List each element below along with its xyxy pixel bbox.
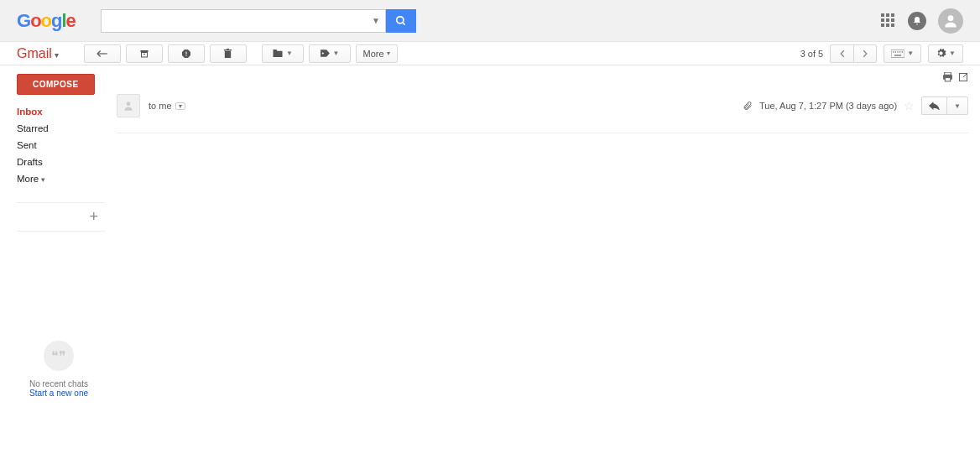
older-button[interactable] xyxy=(853,44,877,63)
notifications-icon[interactable] xyxy=(908,12,926,30)
sidebar-item-drafts[interactable]: Drafts xyxy=(17,154,105,170)
svg-rect-16 xyxy=(895,51,896,52)
sidebar-item-more[interactable]: More xyxy=(17,170,105,187)
new-chat-button[interactable]: + xyxy=(89,208,98,226)
search-input[interactable] xyxy=(107,12,352,30)
message-panel: to me ▼ Tue, Aug 7, 1:27 PM (3 days ago)… xyxy=(105,65,980,398)
svg-point-0 xyxy=(397,16,404,23)
move-to-button[interactable]: ▼ xyxy=(262,44,304,63)
keyboard-icon xyxy=(891,50,904,58)
gear-icon xyxy=(936,48,946,59)
folder-icon xyxy=(272,49,284,58)
folder-list: Inbox Starred Sent Drafts More xyxy=(17,103,105,187)
hangouts-icon: ❝❞ xyxy=(44,341,74,371)
search-box: ▼ xyxy=(101,9,416,33)
message-header-actions xyxy=(117,65,968,89)
more-button[interactable]: More▾ xyxy=(356,44,398,63)
start-new-chat-link[interactable]: Start a new one xyxy=(17,388,101,398)
input-tools-button[interactable]: ▼ xyxy=(884,44,921,63)
svg-rect-21 xyxy=(945,72,951,75)
svg-rect-12 xyxy=(227,49,229,50)
no-recent-chats-label: No recent chats xyxy=(17,379,101,388)
labels-button[interactable]: ▼ xyxy=(309,44,351,63)
action-bar: Gmail ▼ ▼ More▾ 3 of 5 xyxy=(0,42,980,65)
attachment-icon xyxy=(743,101,753,111)
report-spam-button[interactable] xyxy=(168,44,205,63)
svg-point-2 xyxy=(948,15,954,21)
svg-rect-9 xyxy=(185,55,186,56)
archive-icon xyxy=(139,49,149,59)
svg-rect-15 xyxy=(893,51,894,52)
svg-rect-10 xyxy=(225,50,231,57)
message-timestamp: Tue, Aug 7, 1:27 PM (3 days ago) xyxy=(759,101,897,111)
new-chat-row: + xyxy=(17,202,105,232)
google-logo[interactable]: Google xyxy=(17,10,76,32)
trash-icon xyxy=(223,49,232,59)
delete-button[interactable] xyxy=(210,44,247,63)
sidebar-item-starred[interactable]: Starred xyxy=(17,120,105,137)
svg-rect-5 xyxy=(141,52,147,57)
svg-rect-23 xyxy=(945,78,951,81)
account-avatar[interactable] xyxy=(938,8,963,34)
recipient-line: to me ▼ xyxy=(149,101,185,111)
message-meta: Tue, Aug 7, 1:27 PM (3 days ago) ☆ ▼ xyxy=(743,96,968,115)
search-button[interactable] xyxy=(386,9,416,33)
open-new-window-icon[interactable] xyxy=(958,72,968,82)
reply-button[interactable] xyxy=(921,96,946,115)
star-icon[interactable]: ☆ xyxy=(904,99,915,112)
archive-button[interactable] xyxy=(126,44,163,63)
sidebar-item-sent[interactable]: Sent xyxy=(17,137,105,154)
search-options-dropdown-icon[interactable]: ▼ xyxy=(372,16,380,25)
to-me-label: to me xyxy=(149,101,172,111)
search-icon xyxy=(395,15,407,27)
toolbar: ▼ ▼ More▾ xyxy=(84,44,398,63)
hangouts-area: ❝❞ No recent chats Start a new one xyxy=(17,341,101,398)
svg-rect-19 xyxy=(902,51,903,52)
sidebar: COMPOSE Inbox Starred Sent Drafts More +… xyxy=(0,65,105,398)
toolbar-right: 3 of 5 ▼ ▼ xyxy=(800,44,963,63)
sender-avatar[interactable] xyxy=(117,94,140,117)
reply-more-button[interactable]: ▼ xyxy=(946,96,968,115)
chevron-right-icon xyxy=(862,50,868,58)
svg-line-25 xyxy=(963,74,967,78)
reply-icon xyxy=(929,102,940,110)
newer-button[interactable] xyxy=(830,44,853,63)
back-button[interactable] xyxy=(84,44,121,63)
svg-point-13 xyxy=(321,52,323,54)
tag-icon xyxy=(320,49,331,58)
search-input-wrap: ▼ xyxy=(101,9,386,33)
svg-rect-4 xyxy=(140,50,148,52)
svg-rect-8 xyxy=(185,51,186,55)
main-layout: COMPOSE Inbox Starred Sent Drafts More +… xyxy=(0,65,980,398)
sidebar-item-inbox[interactable]: Inbox xyxy=(17,103,105,120)
message-row: to me ▼ Tue, Aug 7, 1:27 PM (3 days ago)… xyxy=(117,89,968,133)
top-right xyxy=(881,8,963,34)
print-icon[interactable] xyxy=(942,72,953,82)
top-bar: Google ▼ xyxy=(0,0,980,42)
svg-line-1 xyxy=(403,22,405,24)
svg-rect-11 xyxy=(224,49,232,50)
svg-point-26 xyxy=(127,102,131,106)
chevron-left-icon xyxy=(839,50,846,58)
apps-icon[interactable] xyxy=(881,13,896,29)
gmail-dropdown[interactable]: Gmail xyxy=(17,46,59,61)
pagination-counter: 3 of 5 xyxy=(800,49,824,59)
svg-rect-14 xyxy=(891,50,904,57)
show-details-icon[interactable]: ▼ xyxy=(175,102,186,110)
spam-icon xyxy=(181,49,191,59)
svg-rect-18 xyxy=(899,51,900,52)
settings-button[interactable]: ▼ xyxy=(928,44,963,63)
svg-rect-20 xyxy=(894,55,901,55)
back-icon xyxy=(96,50,108,58)
compose-button[interactable]: COMPOSE xyxy=(17,74,95,95)
svg-rect-17 xyxy=(897,51,898,52)
